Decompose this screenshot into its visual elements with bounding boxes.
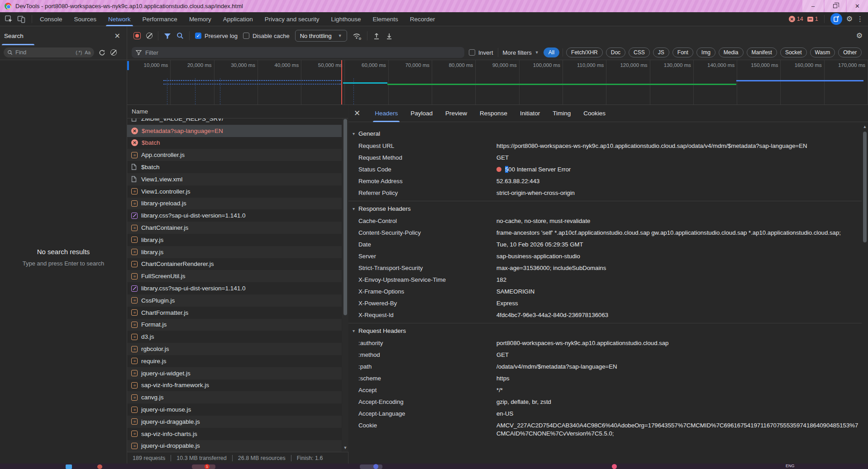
section-header[interactable]: ▾Response Headers	[348, 201, 862, 215]
invert-checkbox[interactable]: Invert	[469, 49, 493, 56]
filter-chip-doc[interactable]: Doc	[606, 47, 625, 57]
scrollbar-thumb[interactable]	[863, 132, 867, 242]
detail-tab-preview[interactable]: Preview	[439, 105, 473, 122]
detail-tab-timing[interactable]: Timing	[546, 105, 577, 122]
close-search-icon[interactable]: ✕	[114, 32, 120, 40]
request-row[interactable]: ‹›sap-viz-info-charts.js	[127, 428, 342, 440]
request-row[interactable]: ZMDM_VALUE_HELPS_SRV/	[127, 118, 342, 125]
tab-network[interactable]: Network	[102, 12, 137, 26]
taskbar-app-icon[interactable]	[97, 464, 102, 469]
tab-performance[interactable]: Performance	[137, 12, 183, 26]
more-filters-button[interactable]: More filters ▼	[503, 49, 539, 56]
inspect-element-icon[interactable]	[5, 15, 13, 23]
detail-tab-cookies[interactable]: Cookies	[577, 105, 612, 122]
scrollbar-thumb[interactable]	[343, 119, 347, 315]
device-toolbar-icon[interactable]	[17, 15, 25, 23]
request-row[interactable]: ‹›Format.js	[127, 319, 342, 331]
refresh-search-icon[interactable]	[99, 49, 105, 56]
detail-scrollbar[interactable]: ▲	[862, 123, 868, 464]
request-row[interactable]: ✕$batch	[127, 137, 342, 149]
filter-chip-fetch-xhr[interactable]: Fetch/XHR	[566, 47, 603, 57]
request-row[interactable]: ‹›sap-viz-info-framework.js	[127, 379, 342, 392]
request-row[interactable]: ‹›library-preload.js	[127, 198, 342, 210]
request-row[interactable]: ‹›jquery-ui-mouse.js	[127, 403, 342, 416]
device-emulation-icon[interactable]	[830, 13, 842, 25]
filter-chip-all[interactable]: All	[544, 47, 559, 57]
filter-chip-socket[interactable]: Socket	[780, 47, 807, 57]
scroll-up-icon[interactable]: ▲	[862, 123, 868, 130]
network-filter-input[interactable]: Filter	[132, 47, 464, 58]
settings-gear-icon[interactable]: ⚙	[846, 15, 853, 23]
filter-toggle-icon[interactable]	[164, 33, 171, 39]
tab-console[interactable]: Console	[34, 12, 68, 26]
name-column-header[interactable]: Name	[127, 105, 348, 118]
request-row[interactable]: View1.view.xml	[127, 173, 342, 185]
throttling-select[interactable]: No throttling ▼	[295, 30, 347, 42]
request-row[interactable]: ‹›App.controller.js	[127, 149, 342, 161]
console-errors-badge[interactable]: ✕ 14	[789, 16, 803, 22]
disable-cache-checkbox[interactable]: Disable cache	[243, 33, 290, 39]
clear-search-icon[interactable]	[110, 49, 117, 56]
preserve-log-checkbox[interactable]: ✓ Preserve log	[195, 33, 238, 39]
request-row[interactable]: ‹›jquery-ui-draggable.js	[127, 416, 342, 428]
request-row[interactable]: ‹›CssPlugin.js	[127, 294, 342, 307]
tab-elements[interactable]: Elements	[367, 12, 404, 26]
tab-sources[interactable]: Sources	[68, 12, 103, 26]
close-window-button[interactable]: ✕	[847, 0, 868, 12]
search-toggle-icon[interactable]	[176, 32, 184, 39]
issues-badge[interactable]: 1	[807, 16, 818, 22]
more-options-icon[interactable]: ⋮	[857, 15, 863, 23]
network-overview-band[interactable]: 10,000 ms20,000 ms30,000 ms40,000 ms50,0…	[127, 60, 868, 105]
filter-chip-media[interactable]: Media	[719, 47, 744, 57]
request-row[interactable]: ‹›jquery-ui-widget.js	[127, 367, 342, 379]
tab-lighthouse[interactable]: Lighthouse	[325, 12, 367, 26]
tab-privacy-and-security[interactable]: Privacy and security	[259, 12, 325, 26]
request-row[interactable]: ‹›library.js	[127, 234, 342, 246]
scroll-down-icon[interactable]: ▼	[342, 445, 348, 451]
taskbar-app-icon[interactable]	[192, 464, 215, 469]
filter-chip-js[interactable]: JS	[653, 47, 669, 57]
search-find-input[interactable]: Find (.*) Aa	[4, 47, 94, 57]
taskbar-app-icon[interactable]	[360, 464, 382, 469]
detail-tab-headers[interactable]: Headers	[368, 105, 404, 122]
restore-button[interactable]	[825, 0, 846, 12]
close-detail-icon[interactable]: ✕	[354, 109, 360, 118]
section-header[interactable]: ▾General	[348, 126, 862, 140]
request-row[interactable]: ✕$metadata?sap-language=EN	[127, 125, 342, 137]
request-row[interactable]: ‹›FullScreenUtil.js	[127, 270, 342, 282]
request-row[interactable]: ‹›ChartContainer.js	[127, 222, 342, 234]
detail-tab-initiator[interactable]: Initiator	[514, 105, 546, 122]
taskbar-app-icon[interactable]	[66, 464, 72, 469]
request-list-scrollbar[interactable]: ▲ ▼	[342, 105, 348, 452]
request-row[interactable]: ‹›ChartContainerRenderer.js	[127, 258, 342, 270]
request-row[interactable]: ‹›library.js	[127, 246, 342, 258]
request-row[interactable]: $batch	[127, 161, 342, 173]
request-row[interactable]: ‹›canvg.js	[127, 391, 342, 403]
request-row[interactable]: library.css?sap-ui-dist-version=1.141.0	[127, 209, 342, 222]
filter-chip-css[interactable]: CSS	[629, 47, 650, 57]
request-row[interactable]: ‹›ChartFormatter.js	[127, 307, 342, 319]
clear-network-log-icon[interactable]	[146, 33, 153, 39]
regex-toggle[interactable]: (.*)	[76, 50, 82, 55]
tab-application[interactable]: Application	[217, 12, 259, 26]
network-settings-gear-icon[interactable]: ⚙	[856, 32, 863, 39]
filter-chip-font[interactable]: Font	[672, 47, 693, 57]
minimize-button[interactable]: –	[802, 0, 824, 12]
request-row[interactable]: library.css?sap-ui-dist-version=1.141.0	[127, 282, 342, 294]
detail-tab-response[interactable]: Response	[473, 105, 514, 122]
export-har-icon[interactable]	[386, 32, 393, 40]
language-indicator[interactable]: ENG	[786, 464, 795, 468]
network-conditions-icon[interactable]: ⚙	[353, 32, 362, 40]
record-network-log-button[interactable]	[134, 32, 141, 39]
filter-chip-wasm[interactable]: Wasm	[810, 47, 835, 57]
match-case-toggle[interactable]: Aa	[85, 50, 91, 55]
filter-chip-img[interactable]: Img	[696, 47, 715, 57]
tab-memory[interactable]: Memory	[183, 12, 217, 26]
request-row[interactable]: ‹›jquery-ui-droppable.js	[127, 440, 342, 452]
section-header[interactable]: ▾Request Headers	[348, 323, 862, 337]
request-row[interactable]: ‹›View1.controller.js	[127, 185, 342, 198]
detail-tab-payload[interactable]: Payload	[404, 105, 439, 122]
import-har-icon[interactable]	[373, 32, 380, 40]
request-row[interactable]: ‹›d3.js	[127, 331, 342, 343]
request-row[interactable]: ‹›rgbcolor.js	[127, 343, 342, 355]
